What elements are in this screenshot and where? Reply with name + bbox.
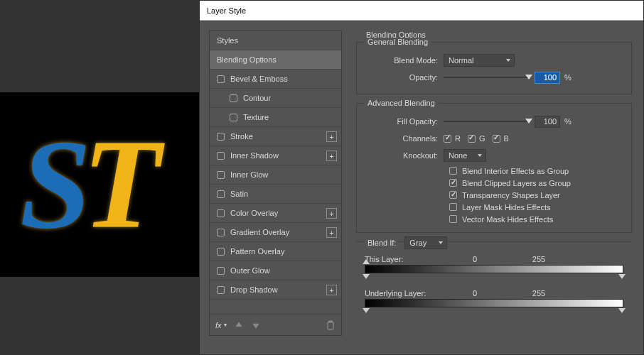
fill-opacity-label: Fill Opacity: xyxy=(365,117,444,126)
arrow-up-icon[interactable] xyxy=(234,320,244,330)
label: Outer Glow xyxy=(230,266,270,275)
add-drop-shadow-button[interactable]: + xyxy=(326,285,337,295)
list-item-texture[interactable]: Texture xyxy=(210,108,341,127)
advanced-blending-legend: Advanced Blending xyxy=(364,99,439,107)
effects-left-pane: Styles Blending Options Bevel & Emboss C… xyxy=(200,21,349,354)
checkbox-pattern-overlay[interactable] xyxy=(217,248,225,256)
pct-label: % xyxy=(564,73,571,82)
label: Satin xyxy=(230,190,248,198)
opacity-slider[interactable] xyxy=(444,72,529,82)
options-right-pane: Blending Options General Blending Blend … xyxy=(349,21,643,354)
label: Texture xyxy=(243,113,269,121)
checkbox-outer-glow[interactable] xyxy=(217,267,225,275)
checkbox-gradient-overlay[interactable] xyxy=(217,229,225,236)
list-item-inner-glow[interactable]: Inner Glow xyxy=(210,165,341,185)
channel-b-checkbox[interactable] xyxy=(493,135,500,143)
label: Blending Options xyxy=(217,55,277,64)
layer-style-dialog: Layer Style Styles Blending Options Beve… xyxy=(199,0,644,355)
this-layer-blend-range: This Layer: 0 255 xyxy=(360,255,628,282)
blend-if-select[interactable]: Gray xyxy=(404,236,447,249)
channel-g-checkbox[interactable] xyxy=(468,135,476,143)
pct-label: % xyxy=(564,117,571,126)
effects-list-footer: fx ▾ xyxy=(210,314,341,335)
arrow-down-icon[interactable] xyxy=(251,320,261,330)
blend-mode-label: Blend Mode: xyxy=(365,56,444,65)
checkbox-inner-shadow[interactable] xyxy=(217,152,225,160)
this-layer-low: 0 xyxy=(443,255,507,263)
underlying-layer-label: Underlying Layer: xyxy=(365,289,443,297)
knockout-label: Knockout: xyxy=(365,151,444,160)
fx-menu-button[interactable]: fx ▾ xyxy=(215,321,227,329)
opacity-label: Opacity: xyxy=(365,73,444,82)
checkbox-inner-glow[interactable] xyxy=(217,171,225,179)
checkbox-satin[interactable] xyxy=(217,190,225,198)
label: Drop Shadow xyxy=(230,285,278,294)
checkbox-stroke[interactable] xyxy=(217,133,225,141)
effects-list: Styles Blending Options Bevel & Emboss C… xyxy=(209,31,342,336)
text-layer-t: T xyxy=(82,121,161,248)
add-inner-shadow-button[interactable]: + xyxy=(326,151,337,161)
channels-label: Channels: xyxy=(365,134,444,143)
general-blending-group: General Blending Blend Mode: Normal Opac… xyxy=(356,42,632,94)
fill-opacity-input[interactable]: 100 xyxy=(535,116,560,128)
this-layer-label: This Layer: xyxy=(365,255,443,263)
label: Bevel & Emboss xyxy=(230,75,288,83)
transparency-shapes-checkbox[interactable] xyxy=(449,191,457,199)
add-color-overlay-button[interactable]: + xyxy=(326,208,337,219)
checkbox-color-overlay[interactable] xyxy=(217,209,225,217)
trash-icon[interactable] xyxy=(326,320,336,330)
label: Contour xyxy=(243,94,271,102)
general-blending-legend: General Blending xyxy=(364,38,431,46)
blend-if-group: Blend If: Gray This Layer: 0 255 xyxy=(356,241,632,316)
checkbox-texture[interactable] xyxy=(230,114,237,121)
checkbox-contour[interactable] xyxy=(230,94,237,102)
label: Inner Shadow xyxy=(230,151,279,160)
list-item-stroke[interactable]: Stroke + xyxy=(210,127,341,146)
dialog-titlebar[interactable]: Layer Style xyxy=(200,1,643,21)
channel-r-checkbox[interactable] xyxy=(444,135,451,143)
add-gradient-overlay-button[interactable]: + xyxy=(326,227,337,238)
list-item-pattern-overlay[interactable]: Pattern Overlay xyxy=(210,242,341,261)
underlying-layer-gradient[interactable] xyxy=(365,299,623,307)
checkbox-bevel[interactable] xyxy=(217,75,225,83)
list-item-styles[interactable]: Styles xyxy=(210,31,341,50)
vector-mask-hides-checkbox[interactable] xyxy=(449,215,457,223)
opacity-input[interactable]: 100 xyxy=(535,72,560,84)
label: Stroke xyxy=(230,132,253,141)
list-item-blending-options[interactable]: Blending Options xyxy=(210,50,341,70)
list-item-drop-shadow[interactable]: Drop Shadow + xyxy=(210,280,341,300)
label: Gradient Overlay xyxy=(230,228,289,236)
knockout-select[interactable]: None xyxy=(444,149,486,162)
this-layer-black-slider[interactable] xyxy=(363,274,370,279)
this-layer-white-slider[interactable] xyxy=(618,274,626,279)
dialog-title: Layer Style xyxy=(207,6,246,15)
label: Pattern Overlay xyxy=(230,247,284,256)
checkbox-drop-shadow[interactable] xyxy=(217,286,225,294)
list-item-gradient-overlay[interactable]: Gradient Overlay + xyxy=(210,223,341,242)
blend-if-label: Blend If: xyxy=(365,239,399,247)
this-layer-lower-marker[interactable] xyxy=(363,259,370,264)
blend-clipped-checkbox[interactable] xyxy=(449,179,457,187)
this-layer-gradient[interactable] xyxy=(365,265,623,273)
this-layer-high: 255 xyxy=(507,255,571,263)
document-canvas: S T xyxy=(0,92,199,277)
text-layer-s: S xyxy=(20,121,91,248)
list-item-outer-glow[interactable]: Outer Glow xyxy=(210,261,341,280)
underlying-black-slider[interactable] xyxy=(363,308,370,313)
list-item-bevel-emboss[interactable]: Bevel & Emboss xyxy=(210,70,341,89)
underlying-layer-high: 255 xyxy=(507,289,571,297)
label: Inner Glow xyxy=(230,170,268,179)
underlying-layer-blend-range: Underlying Layer: 0 255 xyxy=(360,289,628,316)
list-item-inner-shadow[interactable]: Inner Shadow + xyxy=(210,146,341,165)
blend-interior-checkbox[interactable] xyxy=(449,167,457,175)
blend-mode-select[interactable]: Normal xyxy=(444,54,515,67)
list-item-contour[interactable]: Contour xyxy=(210,89,341,108)
add-stroke-button[interactable]: + xyxy=(326,131,337,142)
underlying-white-slider[interactable] xyxy=(618,308,626,313)
label: Styles xyxy=(217,36,238,45)
list-item-color-overlay[interactable]: Color Overlay + xyxy=(210,204,341,223)
layer-mask-hides-checkbox[interactable] xyxy=(449,203,457,211)
fill-opacity-slider[interactable] xyxy=(444,116,529,126)
underlying-layer-low: 0 xyxy=(443,289,507,297)
list-item-satin[interactable]: Satin xyxy=(210,185,341,204)
